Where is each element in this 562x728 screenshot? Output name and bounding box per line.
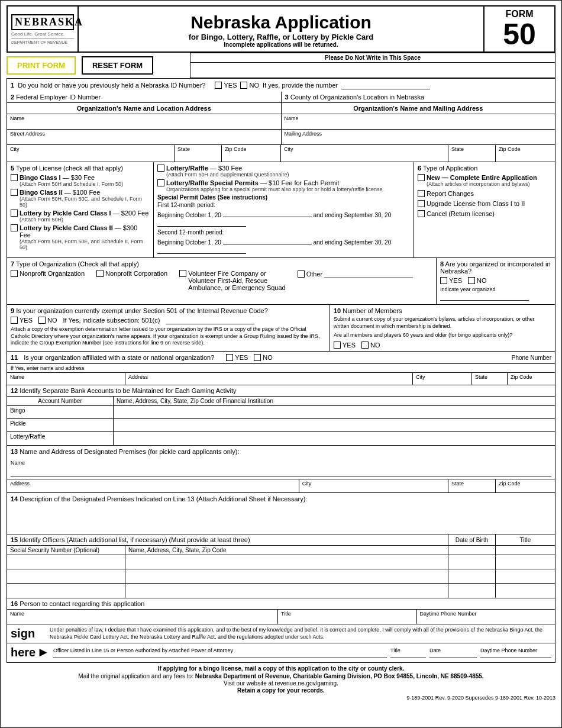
q1-yes-checkbox[interactable] <box>215 82 222 89</box>
q9-no-checkbox[interactable] <box>38 317 46 324</box>
q5-fp-end-year[interactable] <box>157 218 246 227</box>
q7-nonprofit-corp[interactable]: Nonprofit Corporation <box>96 270 167 277</box>
q5-special-checkbox[interactable] <box>157 179 164 186</box>
q5-fp-start-year[interactable] <box>223 209 312 217</box>
q5-pickle1-checkbox[interactable] <box>11 210 18 217</box>
q1-yes-option[interactable]: YES <box>215 82 237 89</box>
q15-r3-name[interactable] <box>125 584 448 598</box>
q11-no-checkbox[interactable] <box>254 354 261 361</box>
logo-tagline: Good Life. Great Service. <box>11 31 74 37</box>
q5-sp-end-year[interactable] <box>157 246 246 254</box>
q6-upgrade[interactable]: Upgrade License from Class I to II <box>418 200 551 207</box>
q2-label: Federal Employer ID Number <box>16 94 101 101</box>
q12-lottery-type: Lottery/Raffle <box>7 432 114 445</box>
q15-r3-dob[interactable] <box>448 584 496 598</box>
q5-sp-start-year[interactable] <box>223 236 312 244</box>
q16-header: 16 Person to contact regarding this appl… <box>7 598 555 610</box>
q10-yes-checkbox[interactable] <box>334 342 341 349</box>
q5-lottery-checkbox[interactable] <box>157 165 164 172</box>
sign-officer-field[interactable]: Officer Listed in Line 15 or Person Auth… <box>53 646 387 658</box>
q11-if-yes-row: If Yes, enter name and address <box>7 364 555 373</box>
q7-other-checkbox[interactable] <box>298 270 305 278</box>
q15-r3-title[interactable] <box>496 584 555 598</box>
reset-form-button[interactable]: RESET FORM <box>82 56 153 75</box>
q6-new-checkbox[interactable] <box>418 174 425 181</box>
q9-subsection-input[interactable] <box>166 316 254 324</box>
q9-no[interactable]: NO <box>38 317 57 324</box>
footer-line2-bold: Nebraska Department of Revenue, Charitab… <box>195 673 484 679</box>
q9-no-label: NO <box>47 317 57 324</box>
q7-nonprofit-org-checkbox[interactable] <box>11 270 18 277</box>
q6-upgrade-checkbox[interactable] <box>418 200 425 207</box>
q6-cancel-checkbox[interactable] <box>418 210 425 217</box>
q5-lottery-raffle[interactable]: Lottery/Raffle — $30 Fee (Attach Form 50… <box>157 165 410 178</box>
q8-yes[interactable]: YES <box>440 277 462 284</box>
q5-bingo1[interactable]: Bingo Class I — $30 Fee (Attach Form 50H… <box>11 174 150 187</box>
q5-pickle1[interactable]: Lottery by Pickle Card Class I — $200 Fe… <box>11 210 150 223</box>
q12-number: 12 <box>11 387 18 394</box>
q15-r1-name[interactable] <box>125 555 448 569</box>
q10-no[interactable]: NO <box>361 342 380 349</box>
q5-fp-start: Beginning October 1, 20 <box>157 212 221 218</box>
q8-no[interactable]: NO <box>468 277 487 284</box>
q5-pickle2-checkbox[interactable] <box>11 224 18 231</box>
q6-cancel[interactable]: Cancel (Return license) <box>418 210 551 217</box>
q1-no-option[interactable]: NO <box>240 82 259 89</box>
q9-if-yes: If Yes, indicate subsection: 501(c) <box>63 317 160 324</box>
q8-no-checkbox[interactable] <box>468 277 475 284</box>
q8-year-input[interactable] <box>440 292 529 301</box>
q11-yes-checkbox[interactable] <box>226 354 233 361</box>
do-not-write-space <box>190 63 555 78</box>
q15-r2-title[interactable] <box>496 569 555 583</box>
q10-no-checkbox[interactable] <box>361 342 369 349</box>
sign-date-field[interactable]: Date <box>429 646 477 658</box>
q7-other[interactable]: Other <box>298 270 414 278</box>
q15-dob-col-header <box>448 546 496 555</box>
q5-bingo2[interactable]: Bingo Class II — $100 Fee (Attach Form 5… <box>11 189 150 208</box>
q15-r2-name[interactable] <box>125 569 448 583</box>
sign-phone-field[interactable]: Daytime Phone Number <box>480 646 551 658</box>
q7-nonprofit-org[interactable]: Nonprofit Organization <box>11 270 85 277</box>
print-form-button[interactable]: PRINT FORM <box>7 56 76 75</box>
q15-row3 <box>7 584 555 598</box>
q5-pickle2[interactable]: Lottery by Pickle Card Class II — $300 F… <box>11 224 150 250</box>
q6-report-checkbox[interactable] <box>418 190 425 197</box>
q15-r1-ssn[interactable] <box>7 555 125 569</box>
q9-yes[interactable]: YES <box>11 317 33 324</box>
q16-number: 16 <box>11 600 18 607</box>
q5-bingo2-sub: (Attach Form 50H, Form 50C, and Schedule… <box>20 196 150 208</box>
q8-yes-checkbox[interactable] <box>440 277 447 284</box>
q11-no[interactable]: NO <box>254 354 273 361</box>
form-number: 50 <box>487 20 552 49</box>
q3-number: 3 <box>285 94 289 101</box>
q1-no-checkbox[interactable] <box>240 82 247 89</box>
q5-bingo2-checkbox[interactable] <box>11 189 18 196</box>
q7-volunteer-checkbox[interactable] <box>179 270 186 277</box>
q5-bingo1-sub: (Attach Form 50H and Schedule I, Form 50… <box>20 181 123 187</box>
q7-nonprofit-corp-checkbox[interactable] <box>96 270 104 277</box>
q6-new[interactable]: New — Complete Entire Application (Attac… <box>418 174 551 187</box>
q14-header-text: Description of the Designated Premises I… <box>20 495 307 502</box>
q12-col2-header: Name, Address, City, State, Zip Code of … <box>114 397 555 405</box>
q6-report[interactable]: Report Changes <box>418 190 551 197</box>
q5-bingo1-checkbox[interactable] <box>11 174 18 181</box>
q15-section: 15 Identify Officers (Attach additional … <box>7 534 555 598</box>
q9-yes-checkbox[interactable] <box>11 317 18 324</box>
q12-pickle-acct <box>114 419 555 431</box>
q15-r2-dob[interactable] <box>448 569 496 583</box>
q10-yes[interactable]: YES <box>334 342 356 349</box>
q10-body2: Are all members and players 60 years and… <box>334 332 551 339</box>
q15-r1-dob[interactable] <box>448 555 496 569</box>
do-not-write-buttons-row: PRINT FORM RESET FORM Please Do Not Writ… <box>7 53 555 78</box>
q15-r1-title[interactable] <box>496 555 555 569</box>
q1-id-input[interactable] <box>341 81 430 89</box>
q15-r3-ssn[interactable] <box>7 584 125 598</box>
q7-volunteer[interactable]: Volunteer Fire Company orVolunteer First… <box>179 270 285 291</box>
q13-name-input[interactable] <box>11 466 551 476</box>
location-state-cell: State <box>175 145 222 162</box>
q7-other-input[interactable] <box>324 270 413 278</box>
q11-yes[interactable]: YES <box>226 354 248 361</box>
q15-r2-ssn[interactable] <box>7 569 125 583</box>
sign-title-field[interactable]: Title <box>390 646 426 658</box>
q5-lottery-special[interactable]: Lottery/Raffle Special Permits — $10 Fee… <box>157 179 410 192</box>
